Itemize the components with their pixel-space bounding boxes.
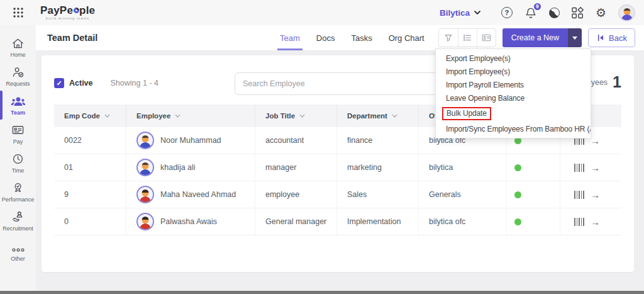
- toolbar: Create a New Back: [438, 28, 635, 47]
- search-input[interactable]: [235, 72, 443, 95]
- sort-icon: [175, 114, 180, 118]
- logo-text: PayPeple: [40, 5, 95, 16]
- id-card-icon: [481, 33, 492, 43]
- employee-avatar: [136, 159, 154, 176]
- col-job-title[interactable]: Job Title: [255, 105, 337, 127]
- tab-bar: Team Docs Tasks Org Chart: [280, 25, 425, 50]
- filter-row: Active Showing 1 - 4: [54, 78, 158, 88]
- employee-avatar: [136, 213, 154, 230]
- open-employee-arrow-icon[interactable]: →: [591, 217, 600, 227]
- sidebar-item-time[interactable]: Time: [0, 149, 36, 178]
- page-header: Team Detail Team Docs Tasks Org Chart: [36, 25, 644, 51]
- top-bar: PayPeple build winning teams Bilytica ? …: [0, 0, 644, 25]
- sidebar-active-indicator: [0, 91, 3, 120]
- app-window: PayPeple build winning teams Bilytica ? …: [0, 0, 644, 294]
- employee-avatar: [136, 186, 154, 203]
- create-new-label[interactable]: Create a New: [502, 28, 568, 47]
- create-new-button[interactable]: Create a New: [502, 28, 582, 47]
- user-avatar[interactable]: [618, 4, 635, 21]
- menu-item-export-employees[interactable]: Export Employee(s): [436, 52, 591, 65]
- tab-team[interactable]: Team: [280, 25, 300, 50]
- requests-icon: [11, 65, 25, 79]
- col-department[interactable]: Department: [337, 105, 419, 127]
- employees-count: 1: [613, 73, 621, 91]
- gear-icon[interactable]: ⚙: [596, 7, 606, 19]
- filter-icon: [443, 33, 453, 43]
- list-view-button[interactable]: [458, 29, 477, 47]
- app-launcher-icon[interactable]: [13, 7, 24, 18]
- active-checkbox-label: Active: [69, 79, 93, 88]
- sidebar-item-performance[interactable]: Performance: [0, 178, 36, 206]
- tab-org-chart[interactable]: Org Chart: [389, 25, 425, 50]
- skip-back-icon: [596, 33, 605, 42]
- active-checkbox[interactable]: [54, 78, 64, 88]
- time-icon: [11, 152, 25, 166]
- sort-icon: [104, 114, 110, 118]
- employee-avatar: [136, 132, 154, 149]
- apps-menu-icon[interactable]: [572, 7, 584, 19]
- barcode-icon: [574, 164, 584, 172]
- filter-button[interactable]: [439, 29, 458, 47]
- app-logo: PayPeple build winning teams: [40, 5, 95, 20]
- table-row[interactable]: 9 Maha Naveed Ahmad employee Sales Gener…: [54, 181, 621, 208]
- barcode-icon: [574, 218, 584, 226]
- topbar-actions: Bilytica ? 9 ⚙: [440, 4, 635, 21]
- col-employee[interactable]: Employee: [126, 105, 255, 127]
- notification-badge: 9: [533, 2, 542, 11]
- list-icon: [462, 33, 472, 43]
- help-icon[interactable]: ?: [501, 7, 513, 18]
- sort-icon: [392, 114, 397, 118]
- barcode-icon: [574, 191, 584, 199]
- open-employee-arrow-icon[interactable]: →: [591, 189, 600, 200]
- sidebar-item-recruitment[interactable]: Recruitment: [0, 206, 36, 235]
- showing-range: Showing 1 - 4: [111, 79, 158, 88]
- menu-item-import-sync-bamboo[interactable]: Import/Sync Employees From Bamboo HR (AP…: [436, 122, 591, 135]
- status-dot: [514, 191, 521, 198]
- sidebar-item-team[interactable]: Team: [0, 91, 36, 120]
- card-view-button[interactable]: [477, 29, 496, 47]
- page-title: Team Detail: [47, 25, 97, 50]
- contrast-icon[interactable]: [549, 8, 560, 18]
- ellipsis-icon: [11, 246, 25, 254]
- menu-item-import-employees[interactable]: Import Employee(s): [436, 65, 591, 78]
- logo-tagline: build winning teams: [46, 16, 89, 20]
- open-employee-arrow-icon[interactable]: →: [591, 162, 600, 173]
- menu-item-import-payroll-elements[interactable]: Import Payroll Elements: [436, 78, 591, 91]
- sidebar-item-requests[interactable]: Requests: [0, 62, 36, 91]
- org-name: Bilytica: [440, 8, 470, 18]
- team-icon: [11, 95, 26, 108]
- notifications-button[interactable]: 9: [525, 6, 537, 20]
- menu-item-bulk-update[interactable]: Bulk Update: [436, 105, 591, 122]
- table-row[interactable]: 01 khadija ali manager marketing bilytic…: [54, 154, 621, 181]
- create-new-dropdown-toggle[interactable]: [568, 28, 582, 47]
- sidebar-item-pay[interactable]: Pay: [0, 120, 36, 149]
- open-employee-arrow-icon[interactable]: →: [591, 135, 600, 146]
- status-dot: [514, 218, 521, 225]
- home-icon: [11, 37, 25, 50]
- pay-icon: [11, 123, 25, 137]
- chevron-down-icon: [474, 11, 480, 14]
- sidebar: Home Requests Team: [0, 25, 36, 291]
- tab-docs[interactable]: Docs: [316, 25, 335, 50]
- recruitment-icon: [11, 210, 25, 223]
- view-options-group: [438, 28, 496, 47]
- tab-tasks[interactable]: Tasks: [351, 25, 372, 50]
- annotation-highlight-box: Bulk Update: [442, 107, 491, 120]
- back-button[interactable]: Back: [588, 28, 635, 47]
- col-emp-code[interactable]: Emp Code: [54, 105, 126, 127]
- sidebar-item-home[interactable]: Home: [0, 33, 36, 62]
- status-dot: [514, 164, 521, 171]
- bottom-border: [0, 291, 644, 294]
- sidebar-item-other[interactable]: Other: [0, 239, 36, 268]
- menu-item-leave-opening-balance[interactable]: Leave Opening Balance: [436, 91, 591, 105]
- create-new-dropdown-menu: Export Employee(s) Import Employee(s) Im…: [435, 48, 591, 139]
- org-selector[interactable]: Bilytica: [440, 8, 480, 18]
- caret-down-icon: [572, 37, 577, 40]
- performance-icon: [11, 181, 25, 195]
- sort-icon: [299, 114, 305, 118]
- table-row[interactable]: 0 Palwasha Awais General manager Impleme…: [54, 208, 621, 235]
